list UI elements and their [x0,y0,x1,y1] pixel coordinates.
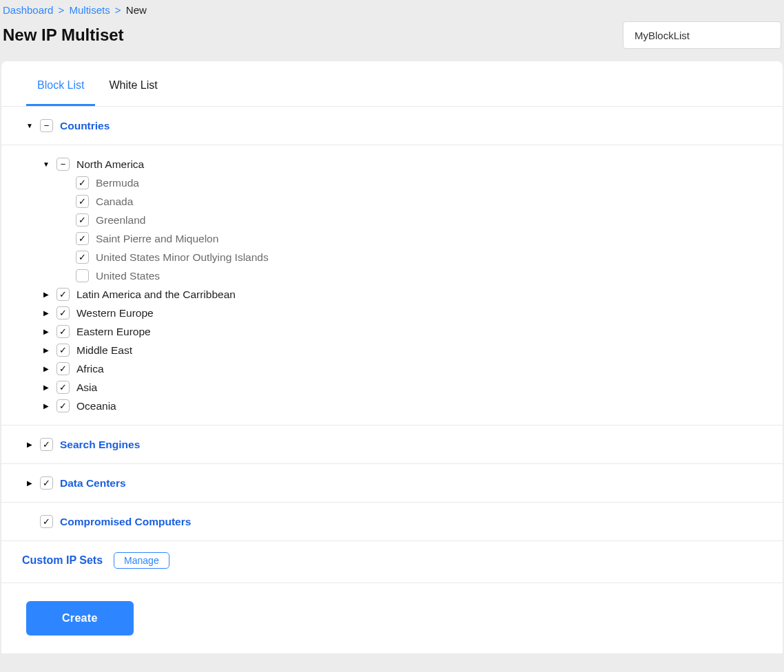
region-label: Africa [76,363,104,375]
checkbox-region[interactable]: ✓ [56,362,70,375]
section-compromised: ▶ ✓ Compromised Computers [1,503,783,541]
chevron-right-icon: > [59,4,65,16]
checkbox-region[interactable]: ✓ [56,306,70,319]
checkbox-region[interactable]: ✓ [56,344,70,357]
caret-right-icon[interactable]: ▶ [43,291,50,298]
data-centers-label[interactable]: Data Centers [60,477,126,490]
caret-right-icon[interactable]: ▶ [43,384,50,391]
manage-button[interactable]: Manage [114,552,169,569]
checkbox-region[interactable]: ✓ [56,399,70,412]
caret-down-icon[interactable]: ▼ [43,160,50,168]
breadcrumb-current: New [126,4,147,16]
region-label: Latin America and the Carribbean [76,288,236,301]
breadcrumb-dashboard[interactable]: Dashboard [3,4,53,16]
checkbox-north-america[interactable]: − [56,158,70,171]
checkbox-search-engines[interactable]: ✓ [40,438,53,451]
create-button[interactable]: Create [26,601,134,636]
region-label: Middle East [76,344,132,357]
checkbox-data-centers[interactable]: ✓ [40,476,53,490]
caret-right-icon[interactable]: ▶ [26,479,33,487]
search-engines-label[interactable]: Search Engines [60,439,140,451]
checkbox-country[interactable]: ✓ [76,195,89,208]
section-data-centers: ▶ ✓ Data Centers [1,464,783,503]
caret-right-icon[interactable]: ▶ [43,328,50,335]
country-label: United States [96,270,160,282]
country-label: Saint Pierre and Miquelon [96,233,218,245]
caret-right-icon[interactable]: ▶ [43,346,50,354]
country-label: United States Minor Outlying Islands [96,251,269,264]
checkbox-countries[interactable]: − [40,119,53,132]
caret-right-icon[interactable]: ▶ [43,402,50,410]
page-title: New IP Multiset [3,25,124,45]
checkbox-country[interactable]: ✓ [76,251,89,264]
country-label: Canada [96,196,133,208]
caret-right-icon[interactable]: ▶ [26,441,33,448]
compromised-label[interactable]: Compromised Computers [60,516,191,528]
main-card: Block List White List ▼ − Countries ▼ − … [1,61,783,653]
checkbox-country[interactable]: ✓ [76,232,89,245]
footer: Create [1,582,783,653]
checkbox-country[interactable]: ✓ [76,213,89,227]
region-label: Eastern Europe [76,326,151,338]
region-label: North America [76,158,144,171]
country-label: Bermuda [96,177,139,189]
tabs: Block List White List [1,61,783,107]
region-label: Western Europe [76,307,154,319]
region-label: Oceania [76,400,116,412]
checkbox-country[interactable]: ✓ [76,269,89,282]
checkbox-region[interactable]: ✓ [56,288,70,301]
checkbox-country[interactable]: ✓ [76,176,89,189]
checkbox-region[interactable]: ✓ [56,325,70,338]
breadcrumb-multisets[interactable]: Multisets [70,4,110,16]
breadcrumb: Dashboard > Multisets > New [3,3,781,21]
section-custom-ip-sets: Custom IP Sets Manage [1,541,783,574]
region-label: Asia [76,381,97,394]
caret-right-icon[interactable]: ▶ [43,309,50,317]
tab-block-list[interactable]: Block List [26,61,95,106]
custom-ip-sets-title: Custom IP Sets [22,554,103,567]
country-label: Greenland [96,214,145,227]
multiset-name-input[interactable] [623,21,781,49]
section-search-engines: ▶ ✓ Search Engines [1,426,783,464]
caret-down-icon[interactable]: ▼ [26,122,33,129]
countries-label[interactable]: Countries [60,120,110,132]
checkbox-compromised[interactable]: ✓ [40,515,53,528]
section-regions: ▼ − North America ▶ ✓ Bermuda ▶ ✓ Canada… [1,145,783,426]
checkbox-region[interactable]: ✓ [56,381,70,394]
chevron-right-icon: > [115,4,121,16]
tab-white-list[interactable]: White List [98,61,168,106]
caret-right-icon[interactable]: ▶ [43,365,50,372]
section-countries: ▼ − Countries [1,107,783,145]
